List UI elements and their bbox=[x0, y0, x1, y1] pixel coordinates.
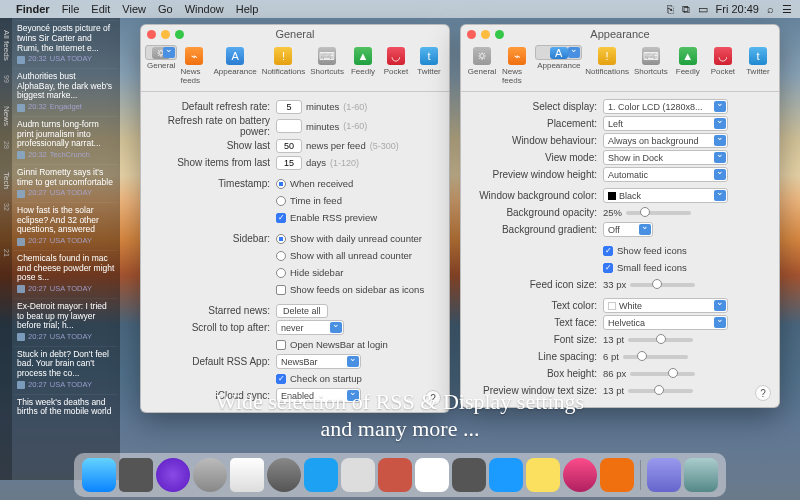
sidebar-tab[interactable]: News28 bbox=[0, 94, 12, 160]
refresh-battery-input[interactable] bbox=[276, 119, 302, 133]
tab-feedly[interactable]: ▲Feedly bbox=[347, 45, 379, 87]
box-height-slider[interactable] bbox=[630, 372, 695, 376]
tab-general[interactable]: ⛭General bbox=[465, 45, 499, 87]
notification-center-icon[interactable]: ☰ bbox=[782, 3, 792, 16]
tab-notifications[interactable]: !Notifications bbox=[260, 45, 308, 87]
feed-item[interactable]: Chemicals found in mac and cheese powder… bbox=[14, 250, 118, 298]
line-spacing-slider[interactable] bbox=[623, 355, 688, 359]
clock[interactable]: Fri 20:49 bbox=[716, 3, 759, 15]
prefs-toolbar: ⛭General ⌁News feeds AAppearance !Notifi… bbox=[461, 43, 779, 92]
dock-finder[interactable] bbox=[82, 458, 116, 492]
placement-select[interactable]: Left bbox=[603, 116, 728, 131]
feed-item[interactable]: Ginni Rometty says it's time to get unco… bbox=[14, 164, 118, 202]
dock-safari[interactable] bbox=[230, 458, 264, 492]
wifi-icon[interactable]: ⧉ bbox=[682, 3, 690, 16]
tab-notifications[interactable]: !Notifications bbox=[583, 45, 631, 87]
label: Background gradient: bbox=[471, 224, 603, 235]
dock-notes[interactable] bbox=[526, 458, 560, 492]
tab-pocket[interactable]: ◡Pocket bbox=[380, 45, 412, 87]
dock-downloads[interactable] bbox=[647, 458, 681, 492]
tab-newsfeeds[interactable]: ⌁News feeds bbox=[178, 45, 210, 87]
scroll-to-top-select[interactable]: never bbox=[276, 320, 344, 335]
tab-twitter[interactable]: tTwitter bbox=[413, 45, 445, 87]
dock-reminders[interactable] bbox=[378, 458, 412, 492]
tab-appearance[interactable]: AAppearance bbox=[535, 45, 582, 60]
sidebar-all-radio[interactable] bbox=[276, 251, 286, 261]
preview-height-select[interactable]: Automatic bbox=[603, 167, 728, 182]
menu-edit[interactable]: Edit bbox=[91, 3, 110, 15]
dock-mail[interactable] bbox=[341, 458, 375, 492]
sidebar-tab[interactable]: Tech32 bbox=[0, 160, 12, 223]
feed-item[interactable]: Beyoncé posts picture of twins Sir Carte… bbox=[14, 20, 118, 68]
prefs-general-window: General ⛭General ⌁News feeds AAppearance… bbox=[140, 24, 450, 413]
feed-item[interactable]: Stuck in debt? Don't feel bad. Your brai… bbox=[14, 346, 118, 394]
twitter-icon: t bbox=[420, 47, 438, 65]
small-feed-icons-check[interactable] bbox=[603, 263, 613, 273]
timestamp-in-feed-radio[interactable] bbox=[276, 196, 286, 206]
timestamp-when-received-radio[interactable] bbox=[276, 179, 286, 189]
menu-file[interactable]: File bbox=[62, 3, 80, 15]
menubar-app[interactable]: Finder bbox=[16, 3, 50, 15]
sidebar-hide-radio[interactable] bbox=[276, 268, 286, 278]
gradient-select[interactable]: Off bbox=[603, 222, 653, 237]
tab-shortcuts[interactable]: ⌨Shortcuts bbox=[308, 45, 346, 87]
sidebar-tab[interactable]: All feeds99 bbox=[0, 18, 12, 94]
feed-favicon bbox=[17, 333, 25, 341]
opacity-slider[interactable] bbox=[626, 211, 691, 215]
bg-color-select[interactable]: Black bbox=[603, 188, 728, 203]
dock-twitter[interactable] bbox=[304, 458, 338, 492]
tab-newsfeeds[interactable]: ⌁News feeds bbox=[500, 45, 534, 87]
show-feed-icons-check[interactable] bbox=[603, 246, 613, 256]
dock-app[interactable] bbox=[119, 458, 153, 492]
airplay-icon[interactable]: ⎘ bbox=[667, 3, 674, 15]
icon-size-slider[interactable] bbox=[630, 283, 695, 287]
search-icon[interactable]: ⌕ bbox=[767, 3, 774, 15]
tab-shortcuts[interactable]: ⌨Shortcuts bbox=[632, 45, 670, 87]
show-last-input[interactable] bbox=[276, 139, 302, 153]
dock-trash[interactable] bbox=[684, 458, 718, 492]
check-on-startup-check[interactable] bbox=[276, 374, 286, 384]
battery-icon[interactable]: ▭ bbox=[698, 3, 708, 16]
sidebar-tab[interactable]: 21 bbox=[0, 223, 12, 269]
feed-item[interactable]: Authorities bust AlphaBay, the dark web'… bbox=[14, 68, 118, 116]
dock-app[interactable] bbox=[193, 458, 227, 492]
font-size-slider[interactable] bbox=[628, 338, 693, 342]
view-mode-select[interactable]: Show in Dock bbox=[603, 150, 728, 165]
dock-newsbar[interactable] bbox=[600, 458, 634, 492]
dock-calendar[interactable] bbox=[415, 458, 449, 492]
label: Text color: bbox=[471, 300, 603, 311]
text-face-select[interactable]: Helvetica bbox=[603, 315, 728, 330]
dock-preview[interactable] bbox=[452, 458, 486, 492]
tab-general[interactable]: ⛭General bbox=[145, 45, 177, 60]
feed-item[interactable]: Audm turns long-form print journalism in… bbox=[14, 116, 118, 164]
menu-view[interactable]: View bbox=[122, 3, 146, 15]
menu-help[interactable]: Help bbox=[236, 3, 259, 15]
enable-preview-check[interactable] bbox=[276, 213, 286, 223]
dock-itunes[interactable] bbox=[563, 458, 597, 492]
dock-app[interactable] bbox=[267, 458, 301, 492]
window-behaviour-select[interactable]: Always on background bbox=[603, 133, 728, 148]
text-color-select[interactable]: White bbox=[603, 298, 728, 313]
label: Default refresh rate: bbox=[151, 101, 276, 112]
display-select[interactable]: 1. Color LCD (1280x8... bbox=[603, 99, 728, 114]
sidebar-icons-check[interactable] bbox=[276, 285, 286, 295]
window-title: General bbox=[141, 28, 449, 40]
menu-go[interactable]: Go bbox=[158, 3, 173, 15]
rss-icon: ⌁ bbox=[508, 47, 526, 65]
tab-appearance[interactable]: AAppearance bbox=[211, 45, 258, 87]
menu-window[interactable]: Window bbox=[185, 3, 224, 15]
tab-twitter[interactable]: tTwitter bbox=[741, 45, 775, 87]
delete-all-button[interactable]: Delete all bbox=[276, 304, 328, 318]
label: Box height: bbox=[471, 368, 603, 379]
dock-appstore[interactable] bbox=[489, 458, 523, 492]
feed-item[interactable]: How fast is the solar eclipse? And 32 ot… bbox=[14, 202, 118, 250]
default-rss-app-select[interactable]: NewsBar bbox=[276, 354, 361, 369]
feed-item[interactable]: Ex-Detroit mayor: I tried to beat up my … bbox=[14, 298, 118, 346]
sidebar-daily-radio[interactable] bbox=[276, 234, 286, 244]
show-items-input[interactable] bbox=[276, 156, 302, 170]
refresh-rate-input[interactable] bbox=[276, 100, 302, 114]
open-at-login-check[interactable] bbox=[276, 340, 286, 350]
tab-pocket[interactable]: ◡Pocket bbox=[706, 45, 740, 87]
tab-feedly[interactable]: ▲Feedly bbox=[671, 45, 705, 87]
dock-siri[interactable] bbox=[156, 458, 190, 492]
